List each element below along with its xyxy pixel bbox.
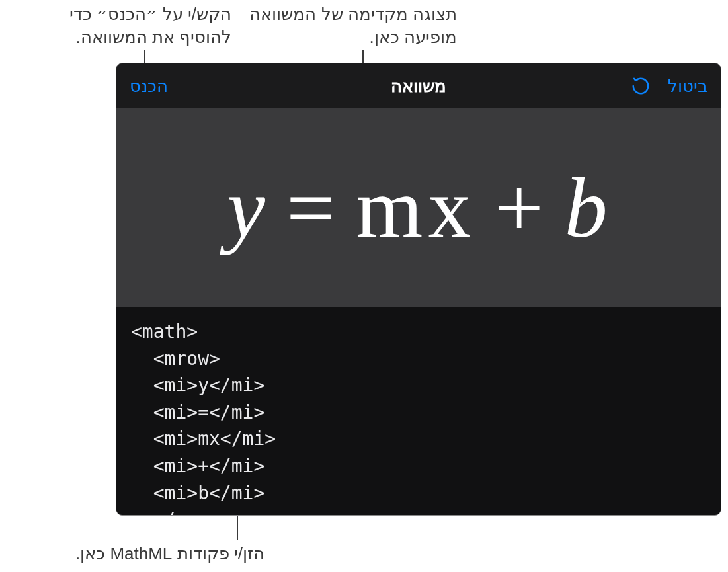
callout-insert-hint: הקש/י על ״הכנס״ כדי להוסיף את המשוואה. (66, 3, 231, 49)
titlebar: ביטול משוואה הכנס (116, 63, 721, 108)
eqn-mx: mx (356, 158, 476, 257)
callout-preview-hint: תצוגה מקדימה של המשוואה מופיעה כאן. (245, 3, 457, 49)
redo-icon[interactable] (631, 76, 651, 96)
panel-title: משוואה (116, 76, 721, 97)
insert-button[interactable]: הכנס (130, 76, 168, 97)
eqn-plus: + (483, 158, 557, 257)
equation-editor-panel: ביטול משוואה הכנס y = mx + b <math> <m (116, 63, 721, 516)
eqn-y: y (227, 158, 268, 257)
mathml-code-input[interactable]: <math> <mrow> <mi>y</mi> <mi>=</mi> <mi>… (116, 307, 721, 515)
eqn-b: b (565, 158, 610, 257)
equation-preview: y = mx + b (116, 108, 721, 307)
cancel-button[interactable]: ביטול (668, 76, 708, 97)
equation-render: y = mx + b (227, 158, 610, 257)
eqn-equals: = (274, 158, 349, 257)
callout-enter-code-hint: הזן/י פקודות MathML כאן. (53, 542, 264, 565)
